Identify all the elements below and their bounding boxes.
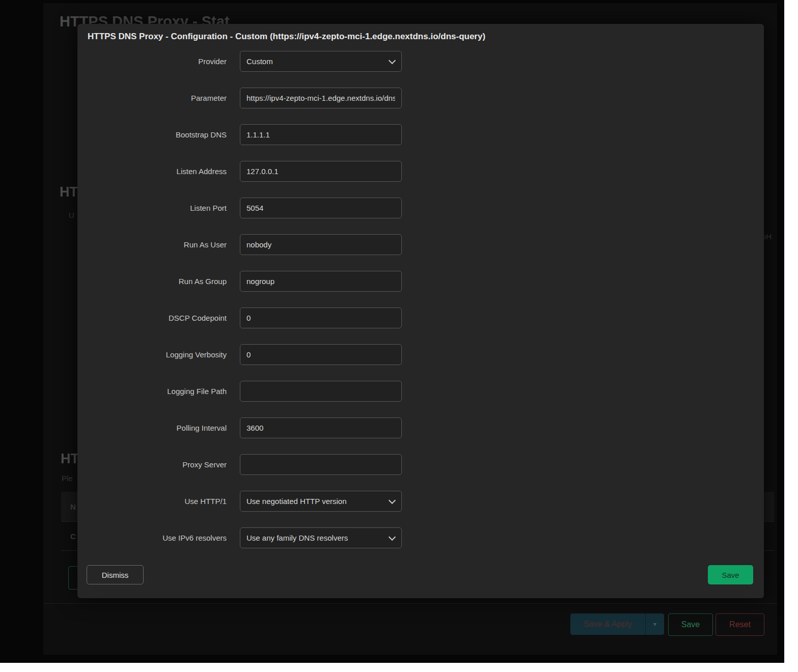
- field-label: DSCP Codepoint: [77, 314, 227, 322]
- form-row-use-http1: Use HTTP/1 Use negotiated HTTP version: [77, 491, 764, 512]
- field-label: Bootstrap DNS: [77, 130, 227, 139]
- save-apply-button[interactable]: Save & Apply ▾: [570, 613, 664, 635]
- save-button[interactable]: Save: [708, 565, 753, 584]
- configuration-modal: HTTPS DNS Proxy - Configuration - Custom…: [77, 24, 764, 598]
- bootstrap-dns-input[interactable]: [240, 124, 402, 145]
- field-label: Logging File Path: [77, 387, 227, 396]
- bg-section3-text: Ple: [62, 474, 73, 483]
- field-label: Run As User: [77, 240, 227, 249]
- bg-section2-heading: HT: [60, 184, 78, 200]
- form-row-run-as-user: Run As User: [77, 234, 764, 255]
- form-row-polling-interval: Polling Interval: [77, 417, 764, 438]
- field-label: Listen Address: [77, 167, 227, 176]
- parameter-input[interactable]: [240, 88, 402, 108]
- form-row-listen-port: Listen Port: [77, 198, 764, 218]
- page-reset-button[interactable]: Reset: [716, 613, 764, 636]
- form-row-provider: Provider Custom: [77, 51, 764, 72]
- proxy-server-input[interactable]: [240, 454, 402, 475]
- form-row-listen-address: Listen Address: [77, 161, 764, 182]
- configuration-form: Provider Custom Parameter Bootstrap DNS: [77, 42, 764, 548]
- field-label: Proxy Server: [77, 460, 227, 469]
- field-label: Run As Group: [77, 277, 227, 286]
- logging-file-path-input[interactable]: [240, 381, 402, 402]
- field-label: Polling Interval: [77, 424, 227, 432]
- form-row-bootstrap-dns: Bootstrap DNS: [77, 124, 764, 145]
- bg-section3-heading: HT: [61, 451, 79, 467]
- polling-interval-input[interactable]: [240, 417, 402, 438]
- divider: [43, 603, 777, 604]
- bg-section2-text: U: [69, 211, 74, 219]
- form-row-run-as-group: Run As Group: [77, 271, 764, 292]
- page-save-button[interactable]: Save: [668, 613, 713, 636]
- field-label: Listen Port: [77, 204, 227, 212]
- logging-verbosity-input[interactable]: [240, 344, 402, 365]
- form-row-use-ipv6-resolvers: Use IPv6 resolvers Use any family DNS re…: [77, 527, 764, 548]
- field-label: Logging Verbosity: [77, 350, 227, 359]
- run-as-user-input[interactable]: [240, 234, 402, 255]
- field-label: Use HTTP/1: [77, 497, 227, 506]
- page-root: HTTPS DNS Proxy - Stat HT U oH HT Ple N …: [0, 0, 784, 663]
- form-row-logging-verbosity: Logging Verbosity: [77, 344, 764, 365]
- field-label: Parameter: [77, 94, 227, 102]
- provider-select[interactable]: Custom: [240, 51, 402, 72]
- use-ipv6-resolvers-select[interactable]: Use any family DNS resolvers: [240, 527, 402, 548]
- form-row-logging-file-path: Logging File Path: [77, 381, 764, 402]
- run-as-group-input[interactable]: [240, 271, 402, 292]
- modal-title: HTTPS DNS Proxy - Configuration - Custom…: [77, 24, 764, 42]
- form-row-dscp-codepoint: DSCP Codepoint: [77, 307, 764, 328]
- listen-address-input[interactable]: [240, 161, 402, 182]
- use-http1-select[interactable]: Use negotiated HTTP version: [240, 491, 402, 512]
- listen-port-input[interactable]: [240, 198, 402, 218]
- form-row-parameter: Parameter: [77, 88, 764, 108]
- caret-down-icon[interactable]: ▾: [646, 613, 664, 635]
- save-apply-label: Save & Apply: [570, 613, 645, 635]
- form-row-proxy-server: Proxy Server: [77, 454, 764, 475]
- dscp-codepoint-input[interactable]: [240, 307, 402, 328]
- field-label: Use IPv6 resolvers: [77, 534, 227, 542]
- dismiss-button[interactable]: Dismiss: [87, 565, 144, 584]
- field-label: Provider: [77, 57, 227, 66]
